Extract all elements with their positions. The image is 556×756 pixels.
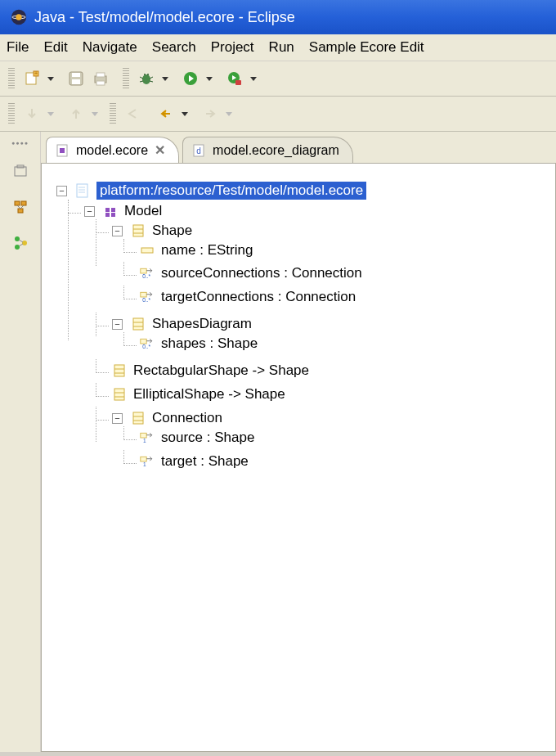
collapse-icon[interactable]: − bbox=[112, 413, 123, 424]
svg-line-15 bbox=[140, 81, 143, 82]
svg-line-29 bbox=[17, 205, 20, 209]
attr-label: shapes : Shape bbox=[161, 335, 258, 352]
collapse-icon[interactable]: − bbox=[84, 206, 95, 217]
reference-many-icon: 0..* bbox=[140, 266, 155, 281]
svg-rect-61 bbox=[114, 365, 124, 376]
tree-node-rectangular-shape[interactable]: RectabgularShape -> Shape bbox=[112, 362, 309, 379]
toolbar-grip-icon[interactable] bbox=[8, 68, 15, 89]
node-label: Shape bbox=[152, 223, 192, 239]
node-label: Connection bbox=[152, 410, 222, 426]
svg-point-31 bbox=[15, 236, 20, 241]
svg-rect-26 bbox=[15, 201, 20, 205]
model-tree: − platform:/resource/Test/model/model.ec… bbox=[53, 178, 544, 484]
tree-node-shapes-diagram[interactable]: − ShapesDiagram bbox=[112, 316, 252, 332]
tree-ref-target-connections[interactable]: 0..* targetConnections : Connection bbox=[140, 289, 356, 305]
run-dropdown-icon[interactable] bbox=[206, 77, 213, 81]
svg-text:0..*: 0..* bbox=[142, 273, 150, 279]
svg-rect-7 bbox=[72, 73, 80, 77]
svg-line-30 bbox=[20, 205, 24, 209]
attr-label: target : Shape bbox=[161, 453, 249, 470]
svg-rect-67 bbox=[133, 412, 143, 424]
tab-label: model.ecore_diagram bbox=[213, 143, 339, 158]
ecore-editor: − platform:/resource/Test/model/model.ec… bbox=[41, 163, 556, 752]
class-icon bbox=[131, 317, 146, 331]
save-button[interactable] bbox=[65, 68, 87, 89]
tree-node-model[interactable]: − Model bbox=[84, 203, 162, 219]
nav-down-button[interactable] bbox=[21, 103, 43, 124]
tree-ref-source-connections[interactable]: 0..* sourceConnections : Connection bbox=[140, 265, 362, 281]
nav-up-button[interactable] bbox=[65, 103, 87, 124]
toolbar-grip-icon[interactable] bbox=[123, 68, 129, 89]
tab-model-ecore[interactable]: model.ecore ✕ bbox=[46, 137, 179, 163]
toolbar-handle-icon[interactable]: ●●●● bbox=[11, 140, 29, 146]
debug-button[interactable] bbox=[136, 68, 157, 89]
nav-forward-button[interactable] bbox=[200, 103, 221, 124]
nav-forward-dropdown-icon[interactable] bbox=[226, 112, 232, 116]
menu-search[interactable]: Search bbox=[152, 39, 196, 56]
svg-rect-51 bbox=[141, 248, 153, 253]
reference-one-icon: 1 bbox=[140, 430, 155, 445]
class-icon bbox=[112, 363, 127, 378]
new-dropdown-icon[interactable] bbox=[47, 77, 54, 81]
tree-attr-name[interactable]: name : EString bbox=[140, 242, 253, 259]
nav-back-button[interactable] bbox=[155, 103, 177, 124]
debug-dropdown-icon[interactable] bbox=[162, 77, 168, 81]
svg-line-34 bbox=[19, 240, 23, 242]
collapse-icon[interactable]: − bbox=[112, 319, 123, 330]
menu-project[interactable]: Project bbox=[211, 39, 254, 56]
nav-up-dropdown-icon[interactable] bbox=[92, 112, 98, 116]
toolbar-grip-icon[interactable] bbox=[8, 103, 15, 124]
package-icon bbox=[103, 204, 118, 218]
close-icon[interactable]: ✕ bbox=[155, 142, 165, 158]
run-external-button[interactable] bbox=[224, 68, 245, 89]
svg-point-2 bbox=[16, 14, 21, 20]
hierarchy-icon[interactable] bbox=[10, 196, 31, 218]
node-label: ShapesDiagram bbox=[152, 316, 252, 332]
menu-edit[interactable]: Edit bbox=[43, 39, 67, 56]
attr-label: sourceConnections : Connection bbox=[161, 265, 362, 281]
tab-model-ecore-diagram[interactable]: d model.ecore_diagram bbox=[182, 137, 353, 163]
nav-back-dropdown-icon[interactable] bbox=[182, 112, 188, 116]
ecore-file-icon bbox=[55, 143, 70, 158]
nav-last-edit-button[interactable] bbox=[123, 103, 144, 124]
navigator-icon[interactable] bbox=[10, 232, 31, 254]
svg-rect-27 bbox=[21, 201, 26, 205]
package-explorer-icon[interactable] bbox=[10, 160, 31, 182]
menu-sample-ecore-editor[interactable]: Sample Ecore Edit bbox=[309, 39, 424, 56]
run-external-dropdown-icon[interactable] bbox=[250, 77, 257, 81]
toolbar-grip-icon[interactable] bbox=[110, 103, 116, 124]
class-icon bbox=[112, 387, 127, 402]
svg-text:1: 1 bbox=[143, 461, 146, 467]
eclipse-logo-icon bbox=[10, 8, 28, 26]
svg-rect-56 bbox=[133, 318, 143, 330]
print-button[interactable] bbox=[90, 68, 111, 89]
nav-down-dropdown-icon[interactable] bbox=[47, 112, 54, 116]
svg-text:0..*: 0..* bbox=[142, 297, 150, 303]
attr-label: name : EString bbox=[161, 242, 253, 259]
attribute-icon bbox=[140, 243, 155, 258]
collapse-icon[interactable]: − bbox=[56, 186, 67, 196]
new-button[interactable]: + bbox=[21, 68, 43, 89]
resource-file-icon bbox=[75, 183, 90, 198]
svg-rect-11 bbox=[96, 81, 105, 85]
tree-root[interactable]: − platform:/resource/Test/model/model.ec… bbox=[56, 182, 366, 200]
collapse-icon[interactable]: − bbox=[112, 226, 123, 236]
run-button[interactable] bbox=[180, 68, 201, 89]
reference-one-icon: 1 bbox=[140, 454, 155, 469]
window-title: Java - Test/model/model.ecore - Eclipse bbox=[34, 9, 295, 26]
tree-ref-source[interactable]: 1 source : Shape bbox=[140, 430, 254, 446]
tree-node-shape[interactable]: − Shape bbox=[112, 223, 192, 239]
tree-ref-shapes[interactable]: 0..* shapes : Shape bbox=[140, 335, 258, 352]
menu-navigate[interactable]: Navigate bbox=[83, 39, 137, 56]
menu-run[interactable]: Run bbox=[269, 39, 294, 56]
node-label: EllipticalShape -> Shape bbox=[133, 386, 285, 403]
tree-node-elliptical-shape[interactable]: EllipticalShape -> Shape bbox=[112, 386, 285, 403]
svg-text:0..*: 0..* bbox=[142, 344, 150, 349]
tree-node-connection[interactable]: − Connection bbox=[112, 410, 222, 426]
svg-rect-23 bbox=[235, 80, 241, 85]
node-label: RectabgularShape -> Shape bbox=[133, 362, 309, 379]
menu-file[interactable]: File bbox=[7, 39, 29, 56]
view-toolbar: ●●●● bbox=[0, 132, 41, 752]
svg-rect-8 bbox=[72, 79, 80, 84]
tree-ref-target[interactable]: 1 target : Shape bbox=[140, 453, 249, 470]
